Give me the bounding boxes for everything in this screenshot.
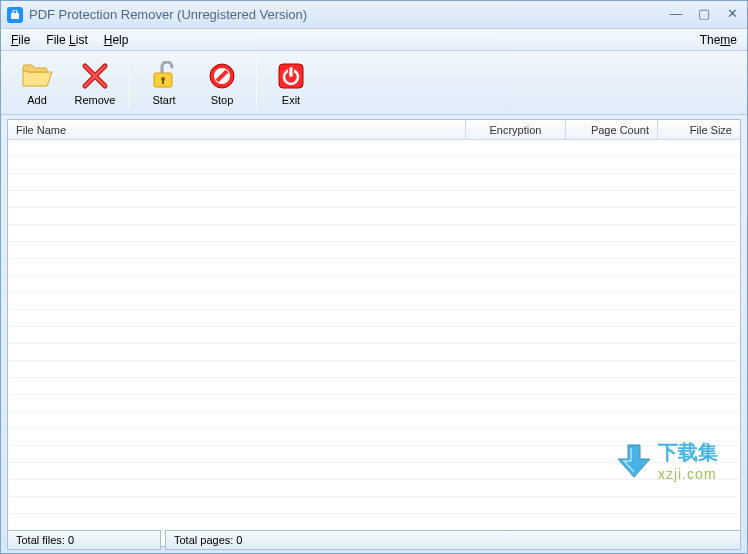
table-row [8,174,740,191]
toolbar-separator [256,57,257,109]
col-pagecount[interactable]: Page Count [566,120,658,139]
table-body[interactable]: 下载集 xzji.com [8,140,740,546]
maximize-button[interactable]: ▢ [695,8,713,22]
table-row [8,259,740,276]
table-row [8,242,740,259]
x-icon [79,60,111,92]
statusbar: Total files: 0 Total pages: 0 [7,530,741,550]
close-button[interactable]: ✕ [723,8,741,22]
remove-button[interactable]: Remove [66,55,124,111]
start-label: Start [152,94,175,106]
table-row [8,344,740,361]
table-row [8,310,740,327]
table-row [8,293,740,310]
table-row [8,378,740,395]
svg-rect-11 [290,67,293,76]
svg-rect-0 [11,13,19,19]
table-row [8,395,740,412]
folder-open-icon [21,60,53,92]
table-row [8,208,740,225]
window-title: PDF Protection Remover (Unregistered Ver… [29,7,667,22]
toolbar: Add Remove [1,51,747,115]
toolbar-group-exit: Exit [261,54,321,112]
table-row [8,191,740,208]
toolbar-separator [129,57,130,109]
table-row [8,463,740,480]
window: PDF Protection Remover (Unregistered Ver… [0,0,748,554]
table-row [8,412,740,429]
remove-label: Remove [75,94,116,106]
menu-file[interactable]: File [3,31,38,49]
start-button[interactable]: Start [135,55,193,111]
table-row [8,446,740,463]
col-filesize[interactable]: File Size [658,120,740,139]
stop-label: Stop [211,94,234,106]
unlock-icon [148,60,180,92]
table-row [8,157,740,174]
power-icon [275,60,307,92]
stop-icon [206,60,238,92]
status-total-pages: Total pages: 0 [165,530,741,550]
table-row [8,225,740,242]
stop-button[interactable]: Stop [193,55,251,111]
minimize-button[interactable]: — [667,8,685,22]
add-button[interactable]: Add [8,55,66,111]
table-row [8,480,740,497]
menubar: File File List Help Theme [1,29,747,51]
file-table: File Name Encryption Page Count File Siz… [7,119,741,547]
window-controls: — ▢ ✕ [667,8,741,22]
app-icon [7,7,23,23]
titlebar: PDF Protection Remover (Unregistered Ver… [1,1,747,29]
menu-theme[interactable]: Theme [692,31,745,49]
status-total-files: Total files: 0 [7,530,161,550]
table-row [8,327,740,344]
exit-label: Exit [282,94,300,106]
col-encryption[interactable]: Encryption [466,120,566,139]
table-row [8,429,740,446]
col-filename[interactable]: File Name [8,120,466,139]
menu-help[interactable]: Help [96,31,137,49]
table-row [8,361,740,378]
exit-button[interactable]: Exit [262,55,320,111]
table-row [8,514,740,531]
menu-file-list[interactable]: File List [38,31,95,49]
table-row [8,140,740,157]
table-header: File Name Encryption Page Count File Siz… [8,120,740,140]
toolbar-group-file: Add Remove [7,54,125,112]
svg-rect-3 [162,79,164,84]
toolbar-group-run: Start Stop [134,54,252,112]
table-row [8,497,740,514]
table-row [8,276,740,293]
add-label: Add [27,94,47,106]
